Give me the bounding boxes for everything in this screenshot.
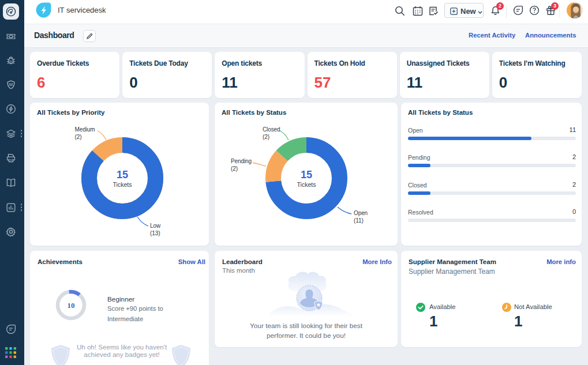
svg-text:Tickets: Tickets bbox=[113, 181, 132, 188]
svg-text:10: 10 bbox=[68, 301, 75, 310]
svg-text:15: 15 bbox=[117, 169, 128, 180]
svg-text:Tickets: Tickets bbox=[297, 181, 316, 188]
svg-text:15: 15 bbox=[301, 169, 312, 180]
